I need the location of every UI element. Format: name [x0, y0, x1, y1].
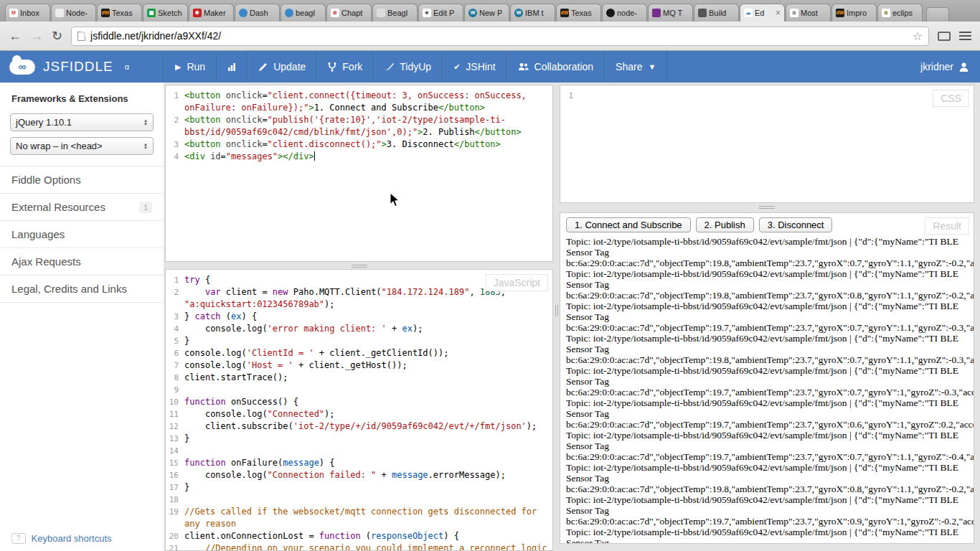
- tab-title: Inbox: [20, 9, 46, 17]
- run-button[interactable]: ▶ Run: [164, 51, 217, 83]
- code-text: [184, 384, 552, 396]
- horizontal-splitter[interactable]: [560, 203, 974, 212]
- new-tab-button[interactable]: [926, 7, 949, 22]
- html-editor[interactable]: 1<button onclick="client.connect({timeou…: [166, 85, 552, 261]
- code-line: 18: [166, 494, 552, 506]
- browser-tab[interactable]: MInbox: [5, 4, 50, 22]
- tidyup-button[interactable]: TidyUp: [374, 51, 443, 83]
- result-action-button[interactable]: 2. Publish: [696, 217, 754, 232]
- horizontal-splitter[interactable]: [165, 262, 553, 269]
- browser-toolbar: ← → ↻ jsfiddle.net/jkridner/a9XXf/42/ ☆: [0, 22, 980, 51]
- reload-icon[interactable]: ↻: [52, 29, 62, 42]
- code-line: 1<button onclick="client.connect({timeou…: [166, 90, 552, 114]
- result-action-button[interactable]: 1. Connect and Subscribe: [566, 217, 691, 232]
- vertical-splitter[interactable]: [553, 85, 560, 551]
- code-text: }: [184, 433, 552, 445]
- frameworks-heading: Frameworks & Extensions: [0, 83, 164, 113]
- mqtt-message-line: bc:6a:29:0:0:ac:ac:7d","objectTemp":19.7…: [566, 451, 968, 462]
- select-stepper-icon: ▲▼: [143, 143, 148, 150]
- jsfiddle-logo[interactable]: ∞ JSFIDDLE α: [0, 51, 164, 83]
- forward-icon[interactable]: →: [30, 29, 43, 42]
- makezine-icon: ✱: [193, 9, 202, 17]
- sidebar-section[interactable]: Languages: [0, 220, 164, 248]
- browser-tab[interactable]: node-: [602, 4, 647, 22]
- mqtt-message: Topic: iot-2/type/iotsample-ti-bbst/id/9…: [566, 527, 968, 543]
- browser-tab[interactable]: WIBM t: [510, 4, 555, 22]
- line-number: 4: [166, 151, 184, 163]
- browser-tab[interactable]: WNew P: [464, 4, 509, 22]
- tab-title: Most: [801, 9, 826, 17]
- jshint-button[interactable]: ✔ JSHint: [443, 51, 507, 83]
- header-toolbar: ▶ Run Update Fork TidyUp ✔ JSHint: [164, 51, 667, 83]
- code-text: } catch (ex) {: [184, 311, 552, 323]
- mqtt-message-line: Sensor Tag: [566, 441, 968, 451]
- mqtt-message-line: Sensor Tag: [566, 247, 968, 258]
- close-tab-icon[interactable]: ×: [776, 9, 781, 17]
- browser-tab[interactable]: ★Edit P: [418, 4, 463, 22]
- browser-tab[interactable]: beagl: [281, 4, 326, 22]
- fork-button[interactable]: Fork: [317, 51, 374, 83]
- play-icon: ▶: [175, 62, 181, 72]
- browser-tab[interactable]: ▦Sketch: [143, 4, 188, 22]
- framework-select[interactable]: jQuery 1.10.1 ▲▼: [10, 113, 154, 131]
- mqtt-message-line: bc:6a:29:0:0:ac:ac:7d","objectTemp":19.8…: [566, 354, 968, 365]
- line-number: 2: [166, 114, 184, 138]
- browser-tab[interactable]: Dash: [235, 4, 280, 22]
- cast-icon[interactable]: [938, 32, 951, 41]
- browser-tab[interactable]: Build: [694, 4, 739, 22]
- mqtt-message-line: bc:6a:29:0:0:ac:ac:7d","objectTemp":19.7…: [566, 322, 968, 333]
- browser-tab[interactable]: MQ T: [648, 4, 693, 22]
- browser-tab[interactable]: ≣Most: [786, 4, 831, 22]
- browser-tab[interactable]: ⊘Chapt: [326, 4, 372, 22]
- jshint-label: JSHint: [466, 61, 495, 72]
- tab-title: eclips: [892, 9, 918, 17]
- collaboration-button[interactable]: Collaboration: [507, 51, 606, 83]
- bookmark-star-icon[interactable]: ☆: [913, 29, 923, 43]
- result-action-button[interactable]: 3. Disconnect: [759, 217, 833, 232]
- tab-title: Beagl: [387, 9, 413, 17]
- browser-tab[interactable]: Beagl: [372, 4, 418, 22]
- css-editor-panel: CSS 1: [560, 85, 974, 203]
- browser-tab[interactable]: dWImpro: [831, 4, 877, 22]
- beagleboard-icon: [285, 9, 293, 17]
- browser-tab[interactable]: dWTexas: [556, 4, 601, 22]
- browser-tab[interactable]: dWTexas: [97, 4, 142, 22]
- collaboration-label: Collaboration: [534, 61, 594, 72]
- update-button[interactable]: Update: [248, 51, 317, 83]
- code-line: 19//Gets called if the websocket/mqtt co…: [166, 506, 552, 530]
- browser-menu-icon[interactable]: [959, 32, 971, 40]
- back-icon[interactable]: ←: [9, 29, 22, 42]
- loading-icon: [377, 9, 385, 17]
- javascript-editor[interactable]: 1try {2 var client = new Paho.MQTT.Clien…: [166, 270, 552, 550]
- stats-button[interactable]: [217, 51, 248, 83]
- browser-tab[interactable]: ✱Maker: [189, 4, 234, 22]
- mqtt-message: Topic: iot-2/type/iotsample-ti-bbst/id/9…: [566, 333, 968, 365]
- wrap-select[interactable]: No wrap – in <head> ▲▼: [10, 137, 154, 155]
- keyboard-shortcuts-link[interactable]: ? Keyboard shortcuts: [11, 533, 112, 544]
- browser-tab[interactable]: ≣eclips: [877, 4, 923, 22]
- mqtt-message-line: bc:6a:29:0:0:ac:ac:7d","objectTemp":19.7…: [566, 387, 968, 397]
- sidebar-section[interactable]: Legal, Credits and Links: [0, 275, 164, 303]
- mqtt-message-line: Sensor Tag: [566, 344, 968, 354]
- result-buttons: 1. Connect and Subscribe2. Publish3. Dis…: [566, 217, 968, 232]
- sidebar-section[interactable]: Ajax Requests: [0, 248, 164, 275]
- brush-icon: [385, 62, 394, 71]
- developerworks-icon: dW: [836, 9, 844, 17]
- line-number: 1: [166, 274, 184, 286]
- user-menu[interactable]: jkridner: [920, 51, 980, 83]
- line-number: 2: [166, 286, 184, 311]
- share-button[interactable]: Share ▼: [605, 51, 667, 83]
- address-bar[interactable]: jsfiddle.net/jkridner/a9XXf/42/ ☆: [71, 27, 929, 46]
- stackoverflow-icon: ≣: [882, 9, 890, 17]
- sidebar-section[interactable]: External Resources1: [0, 193, 164, 220]
- url-text[interactable]: jsfiddle.net/jkridner/a9XXf/42/: [90, 30, 221, 42]
- tab-title: IBM t: [525, 9, 551, 17]
- css-editor[interactable]: 1: [560, 85, 974, 202]
- browser-tab[interactable]: Node-: [51, 4, 96, 22]
- browser-tab[interactable]: ☁Ed×: [740, 4, 785, 22]
- line-number: 6: [166, 347, 184, 359]
- code-line: 16 console.log("Connection failed: " + m…: [166, 469, 552, 481]
- sidebar-section[interactable]: Fiddle Options: [0, 166, 164, 193]
- tab-title: Maker: [204, 9, 230, 17]
- code-text: console.log('ClientId = ' + client._getC…: [184, 347, 552, 359]
